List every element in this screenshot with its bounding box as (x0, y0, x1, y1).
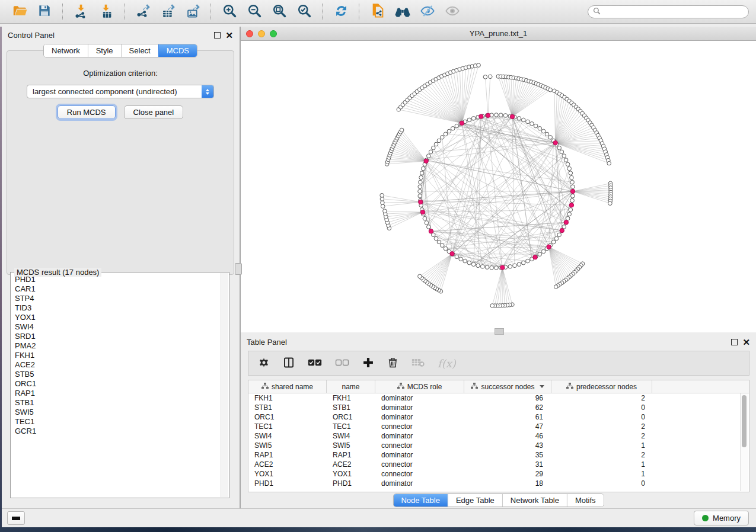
table-row[interactable]: ACE2ACE2connector311 (248, 460, 749, 469)
refresh-layout-button[interactable] (331, 2, 350, 21)
show-columns-button[interactable] (283, 355, 295, 371)
open-file-button[interactable] (10, 2, 29, 21)
mcds-result-item[interactable]: STP4 (15, 294, 221, 303)
tab-select[interactable]: Select (121, 44, 158, 57)
close-panel-icon[interactable]: ✕ (742, 338, 750, 347)
mcds-result-item[interactable]: YOX1 (15, 313, 221, 322)
table-cell: 35 (464, 451, 551, 459)
table-cell: 31 (464, 460, 551, 469)
deselect-all-columns-button[interactable] (335, 355, 349, 371)
tab-edge-table[interactable]: Edge Table (448, 494, 502, 507)
mcds-result-item[interactable]: SRD1 (15, 332, 221, 341)
mcds-result-item[interactable]: ACE2 (15, 360, 221, 370)
column-header-shared-name[interactable]: shared name (248, 380, 327, 393)
table-cell: dominator (375, 479, 464, 488)
show-hidden-button[interactable] (443, 2, 462, 21)
network-canvas[interactable] (241, 41, 756, 332)
network-view-window: YPA_prune.txt_1 (241, 27, 756, 332)
mcds-result-item[interactable]: GCR1 (15, 427, 221, 436)
table-cell: SWI5 (327, 441, 375, 450)
table-cell: SWI4 (327, 432, 375, 440)
table-cell: SWI5 (248, 441, 327, 450)
optimization-criterion-select[interactable]: largest connected component (undirected) (27, 85, 214, 98)
mcds-result-item[interactable]: ORC1 (15, 379, 221, 389)
column-header-mcds-role[interactable]: MCDS role (375, 380, 464, 393)
mcds-result-item[interactable]: TID3 (15, 303, 221, 313)
table-cell: 2 (551, 422, 652, 431)
export-table-button[interactable] (158, 2, 177, 21)
table-row[interactable]: PHD1PHD1dominator180 (248, 479, 749, 488)
mcds-list-scrollbar[interactable] (221, 273, 228, 497)
mcds-result-item[interactable]: SWI4 (15, 322, 221, 332)
zoom-in-button[interactable] (220, 2, 239, 21)
table-row[interactable]: SWI5SWI5connector431 (248, 441, 749, 450)
mcds-result-item[interactable]: RAP1 (15, 389, 221, 398)
zoom-fit-button[interactable] (270, 2, 289, 21)
tab-network-table[interactable]: Network Table (502, 494, 567, 507)
export-image-button[interactable] (183, 2, 202, 21)
minimize-window-icon[interactable] (258, 30, 265, 37)
column-type-icon (261, 383, 269, 391)
network-list-button[interactable] (7, 511, 25, 525)
hide-selected-button[interactable] (418, 2, 437, 21)
table-scrollbar-thumb[interactable] (742, 395, 747, 447)
table-cell: STB1 (248, 403, 327, 412)
table-row[interactable]: ORC1ORC1dominator610 (248, 412, 749, 422)
add-column-button[interactable] (362, 355, 374, 371)
table-scrollbar[interactable] (740, 393, 748, 491)
horizontal-splitter-handle[interactable] (495, 328, 504, 335)
zoom-out-button[interactable] (245, 2, 264, 21)
mcds-result-item[interactable]: STB5 (15, 370, 221, 379)
mcds-result-item[interactable]: TEC1 (15, 417, 221, 427)
import-network-button[interactable] (72, 2, 91, 21)
import-network-icon (74, 3, 90, 21)
table-row[interactable]: SWI4SWI4dominator462 (248, 431, 749, 441)
select-all-columns-button[interactable] (308, 355, 322, 371)
table-cell: YOX1 (327, 470, 375, 478)
clone-network-button[interactable] (368, 2, 387, 21)
function-builder-button[interactable]: f(x) (438, 355, 456, 371)
vertical-splitter-handle[interactable] (235, 263, 242, 275)
table-row[interactable]: YOX1YOX1connector291 (248, 469, 749, 479)
delete-column-button[interactable] (387, 355, 398, 371)
table-cell: FKH1 (327, 394, 375, 402)
clear-table-button[interactable] (412, 355, 425, 371)
search-input[interactable] (604, 7, 744, 17)
table-row[interactable]: TEC1TEC1connector472 (248, 422, 749, 431)
table-row[interactable]: RAP1RAP1dominator352 (248, 450, 749, 460)
close-window-icon[interactable] (246, 30, 253, 37)
table-row[interactable]: STB1STB1dominator620 (248, 403, 749, 412)
save-session-button[interactable] (35, 2, 54, 21)
column-header-predecessor-nodes[interactable]: predecessor nodes (551, 380, 652, 393)
float-window-icon[interactable] (214, 32, 221, 39)
zoom-selected-button[interactable] (295, 2, 314, 21)
mcds-result-item[interactable]: CAR1 (15, 284, 221, 294)
toolbar-separator (359, 4, 360, 20)
float-window-icon[interactable] (731, 339, 738, 345)
network-window-titlebar[interactable]: YPA_prune.txt_1 (241, 27, 756, 41)
close-panel-button[interactable]: Close panel (124, 105, 184, 119)
export-network-button[interactable] (133, 2, 152, 21)
mcds-result-item[interactable]: PMA2 (15, 341, 221, 351)
column-header-name[interactable]: name (327, 380, 375, 393)
mcds-result-item[interactable]: STB1 (15, 398, 221, 408)
mcds-result-item[interactable]: FKH1 (15, 351, 221, 360)
mcds-result-item[interactable]: PHD1 (15, 275, 221, 284)
memory-button[interactable]: Memory (694, 511, 749, 525)
tab-style[interactable]: Style (88, 44, 121, 57)
import-table-button[interactable] (97, 2, 116, 21)
maximize-window-icon[interactable] (270, 30, 277, 37)
tab-motifs[interactable]: Motifs (567, 494, 604, 507)
tab-network[interactable]: Network (44, 44, 88, 57)
table-row[interactable]: FKH1FKH1dominator962 (248, 393, 749, 403)
run-mcds-button[interactable]: Run MCDS (58, 105, 116, 119)
control-panel-title: Control Panel (8, 31, 55, 40)
mcds-result-item[interactable]: SWI5 (15, 408, 221, 417)
find-button[interactable] (393, 2, 412, 21)
list-icon (12, 517, 20, 520)
tab-node-table[interactable]: Node Table (393, 494, 448, 507)
column-header-successor-nodes[interactable]: successor nodes (464, 380, 551, 393)
table-settings-button[interactable] (258, 355, 270, 371)
tab-mcds[interactable]: MCDS (158, 44, 197, 57)
close-panel-icon[interactable]: ✕ (225, 31, 233, 40)
